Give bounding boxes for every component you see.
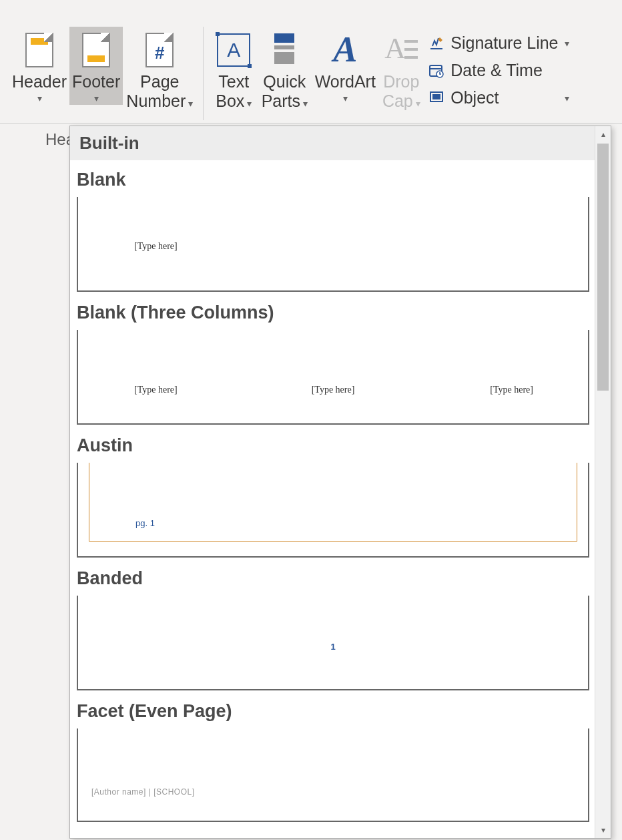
gallery-item-title: Blank (70, 160, 595, 194)
placeholder-text: [Type here] (134, 385, 178, 395)
footer-button[interactable]: Footer ▾ (69, 27, 123, 105)
wordart-label: WordArt (315, 72, 376, 91)
signature-line-button[interactable]: Signature Line ▾ (424, 31, 573, 55)
group-separator (203, 27, 204, 120)
text-box-label: Text Box ▾ (216, 72, 252, 111)
header-button[interactable]: Header ▾ (9, 27, 69, 105)
drop-cap-button: Drop Cap ▾ (378, 27, 424, 112)
gallery-item-banded[interactable]: 1 (77, 596, 589, 690)
gallery-scrollbar[interactable]: ▴ ▾ (595, 126, 611, 838)
chevron-down-icon: ▾ (94, 93, 99, 103)
scroll-thumb[interactable] (597, 144, 609, 391)
quick-parts-icon (270, 31, 298, 69)
footer-gallery-list[interactable]: Built-in Blank [Type here] Blank (Three … (70, 126, 595, 838)
signature-line-label: Signature Line (450, 33, 558, 53)
quick-parts-label: Quick Parts ▾ (262, 72, 308, 111)
placeholder-text: [Type here] (312, 385, 355, 395)
signature-line-icon (428, 35, 445, 52)
text-group-small-buttons: Signature Line ▾ Date & Time Object ▾ (424, 27, 573, 110)
quick-parts-button[interactable]: Quick Parts ▾ (257, 27, 312, 112)
object-label: Object (450, 88, 499, 108)
gallery-item-title: Facet (Even Page) (70, 692, 595, 726)
text-box-button[interactable]: A Text Box ▾ (210, 27, 257, 112)
scroll-down-button[interactable]: ▾ (595, 822, 611, 838)
date-time-button[interactable]: Date & Time (424, 58, 573, 83)
gallery-item-title: Blank (Three Columns) (70, 293, 595, 327)
header-label: Header (12, 72, 67, 91)
drop-cap-label: Drop Cap ▾ (382, 72, 420, 111)
gallery-item-facet-even-page[interactable]: [Author name] | [SCHOOL] (77, 728, 589, 822)
austin-border (89, 463, 577, 542)
footer-label: Footer (72, 72, 120, 91)
placeholder-text: [Type here] (134, 241, 178, 252)
page-number-button[interactable]: # Page Number ▾ (123, 27, 196, 112)
page-text: pg. 1 (135, 518, 155, 528)
gallery-item-blank-three-columns[interactable]: [Type here] [Type here] [Type here] (77, 330, 589, 425)
gallery-item-title: Banded (70, 559, 595, 593)
date-time-icon (428, 62, 445, 79)
header-icon (25, 31, 53, 69)
svg-rect-3 (432, 94, 440, 99)
meta-text: [Author name] | [SCHOOL] (91, 787, 195, 797)
page-number: 1 (330, 642, 335, 652)
chevron-down-icon: ▾ (565, 93, 569, 103)
chevron-down-icon: ▾ (565, 38, 569, 49)
page-number-icon: # (145, 31, 174, 69)
drop-cap-icon (384, 31, 418, 69)
footer-gallery-dropdown: Built-in Blank [Type here] Blank (Three … (69, 126, 611, 839)
page-number-label: Page Number ▾ (126, 72, 193, 111)
wordart-icon: A (333, 31, 357, 69)
scroll-up-button[interactable]: ▴ (595, 126, 611, 142)
object-button[interactable]: Object ▾ (424, 85, 573, 110)
gallery-item-austin[interactable]: pg. 1 (77, 463, 589, 558)
footer-icon (82, 31, 110, 69)
gallery-item-title: Austin (70, 426, 595, 460)
gallery-item-blank[interactable]: [Type here] (77, 197, 589, 292)
text-box-icon: A (217, 31, 250, 69)
chevron-down-icon: ▾ (343, 93, 348, 103)
chevron-down-icon: ▾ (37, 93, 42, 103)
date-time-label: Date & Time (450, 61, 543, 80)
placeholder-text: [Type here] (490, 385, 533, 395)
ribbon-insert-section: Header ▾ Footer ▾ # Page Number ▾ A Text… (0, 0, 622, 124)
gallery-category-header: Built-in (70, 126, 595, 160)
wordart-button[interactable]: A WordArt ▾ (312, 27, 378, 105)
object-icon (428, 89, 445, 107)
